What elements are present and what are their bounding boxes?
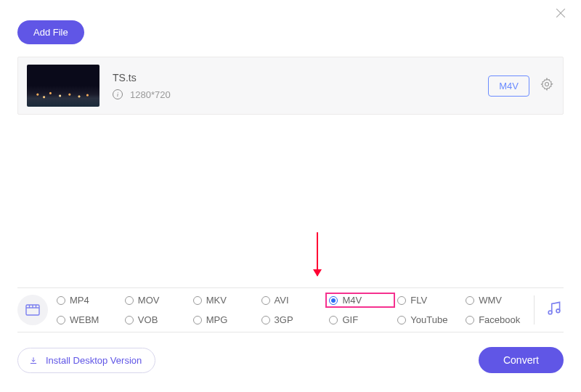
radio-icon — [261, 296, 270, 305]
format-option-webm[interactable]: WEBM — [54, 313, 122, 327]
format-option-m4v[interactable]: M4V — [326, 293, 394, 307]
target-format-button[interactable]: M4V — [488, 75, 529, 97]
radio-icon — [466, 296, 474, 305]
format-selector: MP4MOVMKVAVIM4VFLVWMVWEBMVOBMPG3GPGIFYou… — [17, 287, 564, 332]
format-option-facebook[interactable]: Facebook — [463, 313, 531, 327]
install-desktop-button[interactable]: Install Desktop Version — [17, 348, 155, 373]
install-desktop-label: Install Desktop Version — [46, 355, 142, 366]
file-item: TS.ts i 1280*720 M4V — [17, 57, 564, 115]
format-option-wmv[interactable]: WMV — [463, 293, 531, 307]
radio-icon — [193, 296, 202, 305]
download-icon — [28, 356, 38, 366]
radio-icon — [329, 296, 338, 305]
radio-icon — [329, 316, 338, 324]
file-name: TS.ts — [113, 72, 488, 83]
format-label: FLV — [410, 295, 427, 306]
info-icon[interactable]: i — [113, 89, 123, 99]
format-label: GIF — [342, 314, 358, 325]
format-label: VOB — [138, 314, 158, 325]
radio-icon — [57, 316, 65, 324]
convert-button[interactable]: Convert — [479, 347, 564, 373]
file-meta: i 1280*720 — [113, 89, 488, 100]
format-label: MP4 — [70, 295, 89, 306]
format-label: WMV — [479, 295, 502, 306]
format-label: 3GP — [275, 314, 293, 325]
radio-icon — [397, 296, 406, 305]
file-resolution: 1280*720 — [130, 89, 171, 100]
music-icon[interactable] — [545, 299, 564, 321]
radio-icon — [397, 316, 406, 324]
format-label: MPG — [206, 314, 228, 325]
format-label: M4V — [342, 295, 362, 306]
format-option-mpg[interactable]: MPG — [190, 313, 259, 327]
format-option-vob[interactable]: VOB — [122, 313, 190, 327]
radio-icon — [261, 316, 270, 324]
format-label: Facebook — [479, 314, 520, 325]
close-icon[interactable] — [553, 6, 571, 23]
file-info: TS.ts i 1280*720 — [113, 72, 488, 100]
svg-point-9 — [556, 309, 560, 313]
radio-icon — [193, 316, 202, 324]
format-label: AVI — [275, 295, 289, 306]
format-label: MOV — [138, 295, 160, 306]
file-thumbnail — [27, 65, 99, 107]
format-option-flv[interactable]: FLV — [394, 293, 463, 307]
gear-icon[interactable] — [540, 77, 554, 94]
divider — [534, 295, 535, 324]
video-formats-icon[interactable] — [17, 295, 48, 325]
format-option-mkv[interactable]: MKV — [190, 293, 259, 307]
format-label: WEBM — [70, 314, 99, 325]
radio-icon — [466, 316, 474, 324]
radio-icon — [125, 296, 134, 305]
arrow-annotation-icon — [317, 232, 318, 276]
format-option-mp4[interactable]: MP4 — [54, 293, 122, 307]
radio-icon — [125, 316, 134, 324]
format-option-gif[interactable]: GIF — [326, 313, 394, 327]
format-label: MKV — [206, 295, 227, 306]
svg-point-2 — [545, 83, 549, 86]
add-file-button[interactable]: Add File — [17, 20, 84, 44]
format-option-youtube[interactable]: YouTube — [394, 313, 463, 327]
radio-icon — [57, 296, 65, 305]
format-option-3gp[interactable]: 3GP — [259, 313, 327, 327]
format-option-avi[interactable]: AVI — [259, 293, 327, 307]
format-label: YouTube — [410, 314, 447, 325]
svg-point-8 — [548, 311, 552, 314]
format-option-mov[interactable]: MOV — [122, 293, 190, 307]
